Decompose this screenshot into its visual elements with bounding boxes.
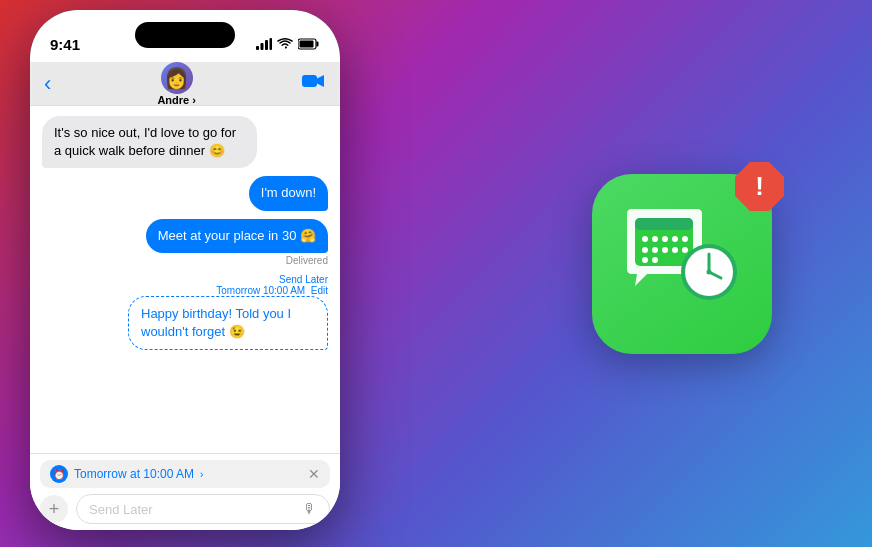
- dynamic-island: [135, 22, 235, 48]
- svg-rect-6: [300, 41, 314, 48]
- input-row: + Send Later 🎙: [40, 494, 330, 524]
- svg-text:!: !: [755, 171, 764, 201]
- scheduled-message-bubble: Happy birthday! Told you I wouldn't forg…: [128, 296, 328, 350]
- contact-info[interactable]: 👩 Andre ›: [157, 62, 196, 106]
- app-icon: !: [592, 174, 772, 354]
- mic-icon: 🎙: [303, 501, 317, 517]
- app-icon-wrapper: !: [592, 174, 792, 374]
- svg-point-21: [652, 257, 658, 263]
- pill-close-button[interactable]: ✕: [308, 466, 320, 482]
- phone-frame: 9:41: [30, 10, 340, 530]
- svg-rect-5: [317, 42, 319, 47]
- svg-point-13: [672, 236, 678, 242]
- signal-icon: [256, 38, 272, 50]
- scheduled-pill[interactable]: ⏰ Tomorrow at 10:00 AM › ✕: [40, 460, 330, 488]
- message-input[interactable]: Send Later 🎙: [76, 494, 330, 524]
- svg-rect-9: [635, 218, 693, 230]
- svg-point-19: [682, 247, 688, 253]
- nav-bar: ‹ 👩 Andre ›: [30, 62, 340, 106]
- clock-icon: ⏰: [50, 465, 68, 483]
- status-time: 9:41: [50, 36, 80, 53]
- back-button[interactable]: ‹: [44, 71, 51, 97]
- message-bubble: Meet at your place in 30 🤗: [146, 219, 328, 253]
- message-bubble: It's so nice out, I'd love to go for a q…: [42, 116, 257, 168]
- svg-point-11: [652, 236, 658, 242]
- scheduled-time-label: Tomorrow at 10:00 AM: [74, 467, 194, 481]
- message-incoming-1: It's so nice out, I'd love to go for a q…: [42, 116, 257, 168]
- svg-point-10: [642, 236, 648, 242]
- add-attachment-button[interactable]: +: [40, 495, 68, 523]
- svg-rect-2: [265, 40, 268, 50]
- svg-point-15: [642, 247, 648, 253]
- contact-name: Andre ›: [157, 94, 196, 106]
- svg-rect-7: [302, 75, 317, 87]
- app-icon-graphic: [617, 204, 747, 324]
- input-area: ⏰ Tomorrow at 10:00 AM › ✕ + Send Later …: [30, 453, 340, 530]
- svg-point-14: [682, 236, 688, 242]
- svg-point-12: [662, 236, 668, 242]
- status-icons: [256, 38, 320, 50]
- messages-area: It's so nice out, I'd love to go for a q…: [30, 106, 340, 530]
- messages-scroll: It's so nice out, I'd love to go for a q…: [30, 106, 340, 453]
- message-bubble: I'm down!: [249, 176, 328, 210]
- svg-rect-0: [256, 46, 259, 50]
- send-later-scheduled: Send Later Tomorrow 10:00 AM Edit Happy …: [128, 274, 328, 350]
- warning-octagon-icon: !: [732, 159, 787, 214]
- scheduled-pill-left: ⏰ Tomorrow at 10:00 AM ›: [50, 465, 203, 483]
- message-outgoing-2: Meet at your place in 30 🤗 Delivered: [146, 219, 328, 266]
- wifi-icon: [277, 38, 293, 50]
- pill-chevron-icon: ›: [200, 469, 203, 480]
- phone-mockup: 9:41: [30, 10, 370, 540]
- svg-point-20: [642, 257, 648, 263]
- input-placeholder: Send Later: [89, 502, 153, 517]
- video-call-button[interactable]: [302, 73, 326, 94]
- delivered-status: Delivered: [286, 255, 328, 266]
- avatar: 👩: [161, 62, 193, 94]
- svg-point-17: [662, 247, 668, 253]
- svg-rect-1: [261, 43, 264, 50]
- svg-point-18: [672, 247, 678, 253]
- svg-rect-3: [270, 38, 273, 50]
- svg-point-16: [652, 247, 658, 253]
- message-outgoing-1: I'm down!: [249, 176, 328, 210]
- edit-link[interactable]: Edit: [311, 285, 328, 296]
- warning-badge-container: !: [732, 159, 787, 218]
- battery-icon: [298, 38, 320, 50]
- send-later-label: Send Later Tomorrow 10:00 AM Edit: [216, 274, 328, 296]
